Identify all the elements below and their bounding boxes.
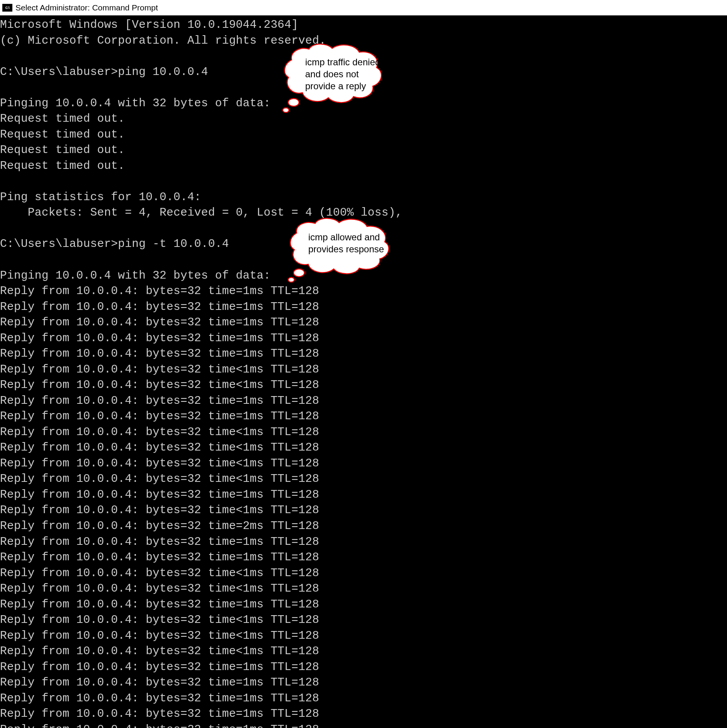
terminal-line: Pinging 10.0.0.4 with 32 bytes of data: bbox=[0, 268, 727, 284]
terminal-line: Reply from 10.0.0.4: bytes=32 time<1ms T… bbox=[0, 424, 727, 440]
terminal-line: Reply from 10.0.0.4: bytes=32 time=1ms T… bbox=[0, 299, 727, 315]
terminal-line: Reply from 10.0.0.4: bytes=32 time=1ms T… bbox=[0, 549, 727, 565]
terminal-line: Reply from 10.0.0.4: bytes=32 time=1ms T… bbox=[0, 487, 727, 503]
terminal-line: (c) Microsoft Corporation. All rights re… bbox=[0, 33, 727, 49]
window-title-bar[interactable]: C:\ Select Administrator: Command Prompt bbox=[0, 0, 727, 15]
terminal-output[interactable]: Microsoft Windows [Version 10.0.19044.23… bbox=[0, 15, 727, 728]
terminal-line: Reply from 10.0.0.4: bytes=32 time<1ms T… bbox=[0, 440, 727, 456]
terminal-line: Reply from 10.0.0.4: bytes=32 time=1ms T… bbox=[0, 597, 727, 612]
terminal-line: Microsoft Windows [Version 10.0.19044.23… bbox=[0, 17, 727, 33]
terminal-line: Packets: Sent = 4, Received = 0, Lost = … bbox=[0, 205, 727, 221]
terminal-line: Request timed out. bbox=[0, 111, 727, 127]
terminal-line: Reply from 10.0.0.4: bytes=32 time=1ms T… bbox=[0, 408, 727, 424]
terminal-line: Reply from 10.0.0.4: bytes=32 time<1ms T… bbox=[0, 377, 727, 393]
terminal-line bbox=[0, 173, 727, 189]
terminal-line: Reply from 10.0.0.4: bytes=32 time<1ms T… bbox=[0, 643, 727, 659]
terminal-line: Reply from 10.0.0.4: bytes=32 time=1ms T… bbox=[0, 691, 727, 706]
terminal-line: Ping statistics for 10.0.0.4: bbox=[0, 189, 727, 205]
terminal-line: Reply from 10.0.0.4: bytes=32 time=1ms T… bbox=[0, 706, 727, 722]
terminal-line: Reply from 10.0.0.4: bytes=32 time<1ms T… bbox=[0, 471, 727, 487]
terminal-line: Reply from 10.0.0.4: bytes=32 time=1ms T… bbox=[0, 534, 727, 550]
terminal-line: Reply from 10.0.0.4: bytes=32 time=1ms T… bbox=[0, 722, 727, 728]
terminal-line: Reply from 10.0.0.4: bytes=32 time<1ms T… bbox=[0, 581, 727, 597]
cmd-icon: C:\ bbox=[2, 4, 12, 12]
terminal-line: Reply from 10.0.0.4: bytes=32 time<1ms T… bbox=[0, 628, 727, 644]
terminal-line: Reply from 10.0.0.4: bytes=32 time=1ms T… bbox=[0, 659, 727, 675]
terminal-line: Reply from 10.0.0.4: bytes=32 time=1ms T… bbox=[0, 393, 727, 409]
terminal-line: Reply from 10.0.0.4: bytes=32 time<1ms T… bbox=[0, 456, 727, 471]
terminal-line: Request timed out. bbox=[0, 158, 727, 174]
terminal-line: Request timed out. bbox=[0, 142, 727, 158]
terminal-line: Reply from 10.0.0.4: bytes=32 time<1ms T… bbox=[0, 565, 727, 581]
terminal-line: Reply from 10.0.0.4: bytes=32 time=1ms T… bbox=[0, 315, 727, 330]
terminal-line: Reply from 10.0.0.4: bytes=32 time=1ms T… bbox=[0, 283, 727, 299]
terminal-line: Reply from 10.0.0.4: bytes=32 time<1ms T… bbox=[0, 612, 727, 628]
window-title: Select Administrator: Command Prompt bbox=[15, 3, 158, 12]
terminal-line: Reply from 10.0.0.4: bytes=32 time=1ms T… bbox=[0, 346, 727, 362]
terminal-line: Reply from 10.0.0.4: bytes=32 time<1ms T… bbox=[0, 362, 727, 378]
terminal-line: Reply from 10.0.0.4: bytes=32 time=2ms T… bbox=[0, 518, 727, 534]
terminal-line: Reply from 10.0.0.4: bytes=32 time<1ms T… bbox=[0, 502, 727, 518]
annotation-text-allowed: icmp allowed and provides response bbox=[308, 231, 389, 255]
terminal-line: Request timed out. bbox=[0, 127, 727, 143]
annotation-text-denied: icmp traffic denied and does not provide… bbox=[305, 56, 386, 92]
terminal-line: Reply from 10.0.0.4: bytes=32 time=1ms T… bbox=[0, 675, 727, 691]
terminal-line: Reply from 10.0.0.4: bytes=32 time=1ms T… bbox=[0, 330, 727, 346]
terminal-line: Pinging 10.0.0.4 with 32 bytes of data: bbox=[0, 95, 727, 111]
